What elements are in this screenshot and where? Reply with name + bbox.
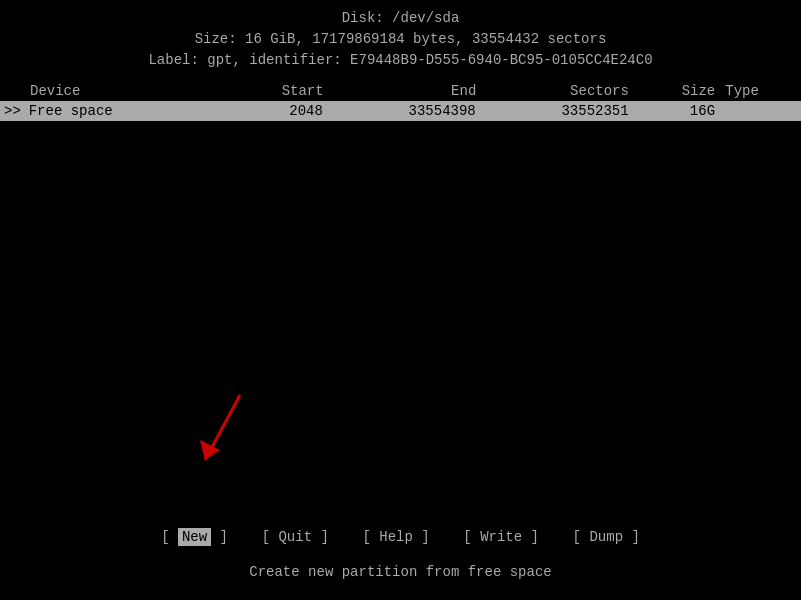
disk-title: Disk: /dev/sda (0, 8, 801, 29)
col-header-size: Size (649, 83, 725, 99)
row-type (725, 103, 801, 119)
col-header-end: End (344, 83, 497, 99)
col-header-device: Device (0, 83, 191, 99)
disk-label-info: Label: gpt, identifier: E79448B9-D555-69… (0, 50, 801, 71)
table-row[interactable]: >> Free space 2048 33554398 33552351 16G (0, 101, 801, 121)
col-header-type: Type (725, 83, 801, 99)
col-header-start: Start (191, 83, 344, 99)
row-arrows: >> (0, 103, 29, 119)
terminal-screen: Disk: /dev/sda Size: 16 GiB, 17179869184… (0, 0, 801, 600)
row-sectors: 33552351 (496, 103, 649, 119)
col-header-sectors: Sectors (496, 83, 649, 99)
menu-item-new[interactable]: New (178, 528, 211, 546)
disk-header: Disk: /dev/sda Size: 16 GiB, 17179869184… (0, 0, 801, 71)
bottom-menu: [ New ] [ Quit ] [ Help ] [ Write ] [ Du… (0, 529, 801, 545)
menu-item-dump[interactable]: Dump (589, 529, 623, 545)
table-header: Device Start End Sectors Size Type (0, 81, 801, 101)
row-start: 2048 (190, 103, 343, 119)
menu-item-help[interactable]: Help (379, 529, 413, 545)
cursor-arrow (195, 390, 255, 480)
row-end: 33554398 (343, 103, 496, 119)
status-bar: Create new partition from free space (0, 564, 801, 580)
menu-item-quit[interactable]: Quit (278, 529, 312, 545)
menu-item-write[interactable]: Write (480, 529, 522, 545)
svg-marker-1 (200, 440, 220, 460)
disk-size-info: Size: 16 GiB, 17179869184 bytes, 3355443… (0, 29, 801, 50)
status-text: Create new partition from free space (249, 564, 551, 580)
row-device: Free space (29, 103, 190, 119)
row-size: 16G (649, 103, 725, 119)
